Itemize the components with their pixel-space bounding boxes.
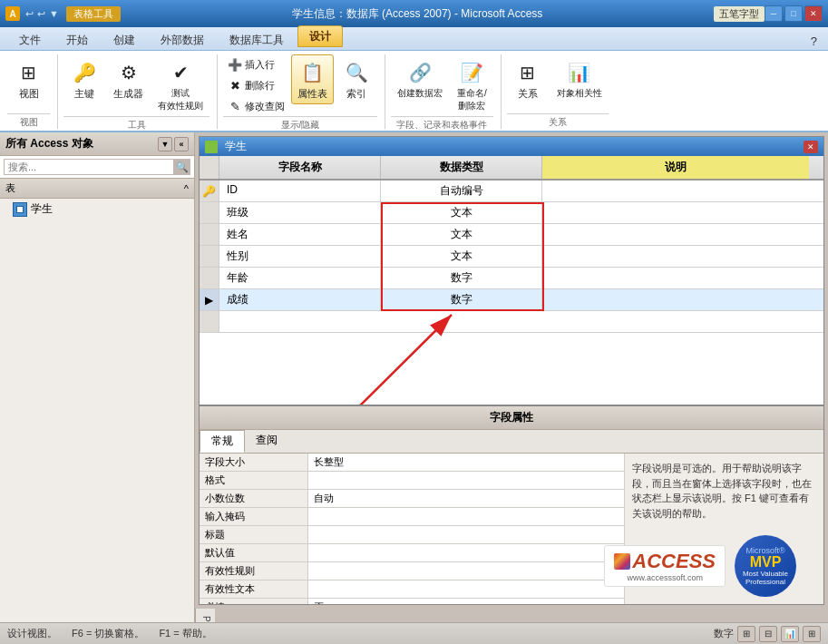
scroll-top <box>809 156 823 179</box>
view-group-label: 视图 <box>7 113 50 129</box>
maximize-btn[interactable]: □ <box>784 5 803 22</box>
help-icon[interactable]: ? <box>807 33 821 50</box>
relationships-button[interactable]: ⊞ 关系 <box>507 54 549 104</box>
table-row[interactable]: 姓名 文本 <box>200 224 823 246</box>
insert-row-icon: ➕ <box>228 57 242 72</box>
view-button[interactable]: ⊞ 视图 <box>8 54 50 104</box>
status-view-btn-2[interactable]: ⊟ <box>759 626 777 642</box>
prop-label-validrule: 有效性规则 <box>200 562 308 581</box>
properties-icon: 📋 <box>298 58 327 87</box>
tab-home[interactable]: 开始 <box>54 29 100 50</box>
obj-deps-label: 对象相关性 <box>557 87 602 100</box>
doc-close-btn[interactable]: ✕ <box>804 141 818 153</box>
row-key-marker: 🔑 <box>200 181 219 201</box>
status-view-btn-1[interactable]: ⊞ <box>737 626 755 642</box>
nav-dropdown-btn[interactable]: ▼ <box>158 137 172 151</box>
quick-dropdown[interactable]: ▼ <box>49 8 59 20</box>
row-marker-1 <box>200 202 219 223</box>
prop-value-format[interactable] <box>308 472 624 490</box>
table-row[interactable]: ▶ 成绩 数字 <box>200 289 823 311</box>
nav-item-student[interactable]: 学生 <box>0 199 194 220</box>
create-macro-button[interactable]: 🔗 创建数据宏 <box>391 54 449 103</box>
quick-access-toolbar[interactable]: ↩ ↩ ▼ <box>25 8 59 20</box>
table-row[interactable]: 🔑 ID 自动编号 <box>200 181 823 202</box>
rename-macro-button[interactable]: 📝 重命名/删除宏 <box>451 54 493 116</box>
relations-group-label: 关系 <box>507 113 609 129</box>
prop-value-default[interactable] <box>308 544 624 562</box>
builder-button[interactable]: ⚙ 生成器 <box>107 54 150 104</box>
status-view-btn-3[interactable]: 📊 <box>781 626 799 642</box>
index-button[interactable]: 🔍 索引 <box>336 54 377 104</box>
window-title: 学生信息：数据库 (Access 2007) - Microsoft Acces… <box>128 6 706 22</box>
redo-btn[interactable]: ↩ <box>37 8 45 20</box>
row-field-type-score: 数字 <box>381 289 542 310</box>
undo-btn[interactable]: ↩ <box>25 8 34 20</box>
tab-create[interactable]: 创建 <box>102 29 147 50</box>
prop-value-inputmask[interactable] <box>308 508 624 526</box>
events-btns: 🔗 创建数据宏 📝 重命名/删除宏 <box>391 54 493 116</box>
relationships-icon: ⊞ <box>513 58 542 87</box>
tab-general[interactable]: 常规 <box>200 430 245 453</box>
prop-value-fieldsize[interactable]: 长整型 <box>308 454 624 472</box>
ribbon-group-tools: 🔑 主键 ⚙ 生成器 ✔ 测试有效性规则 工具 <box>60 54 218 129</box>
delete-row-button[interactable]: ✖ 删除行 <box>223 75 289 95</box>
window-controls: ─ □ ✕ <box>765 5 823 22</box>
row-marker-2 <box>200 224 219 245</box>
nav-collapse-btn[interactable]: « <box>174 137 189 151</box>
row-field-name-class: 班级 <box>219 202 381 223</box>
status-right: 数字 ⊞ ⊟ 📊 ⊞ <box>714 626 821 642</box>
builder-label: 生成器 <box>113 87 143 101</box>
tools-btns: 🔑 主键 ⚙ 生成器 ✔ 测试有效性规则 <box>63 54 209 116</box>
prop-value-decimals[interactable]: 自动 <box>308 490 624 508</box>
field-props-grid: 字段大小 长整型 格式 小数位数 自动 输入掩码 标题 默认值 <box>200 454 624 604</box>
table-row[interactable]: 性别 文本 <box>200 246 823 268</box>
row-field-name-age: 年龄 <box>219 268 381 288</box>
prop-value-validrule[interactable] <box>308 562 624 581</box>
close-btn[interactable]: ✕ <box>804 5 823 22</box>
minimize-btn[interactable]: ─ <box>765 5 783 22</box>
tab-database-tools[interactable]: 数据库工具 <box>218 29 296 50</box>
prop-value-caption[interactable] <box>308 526 624 544</box>
tab-lookup[interactable]: 查阅 <box>245 430 288 453</box>
access-logo-icon <box>614 553 630 570</box>
prop-label-default: 默认值 <box>200 544 308 562</box>
key-icon: 🔑 <box>70 58 99 87</box>
ribbon-group-events: 🔗 创建数据宏 📝 重命名/删除宏 字段、记录和表格事件 <box>387 54 502 129</box>
object-dependencies-button[interactable]: 📊 对象相关性 <box>550 54 609 103</box>
rename-macro-icon: 📝 <box>457 58 486 87</box>
nav-tables-section[interactable]: 表 ^ <box>0 179 194 199</box>
ribbon-group-view: ⊞ 视图 视图 <box>4 54 58 129</box>
table-row[interactable]: 班级 文本 <box>200 202 823 224</box>
events-group-label: 字段、记录和表格事件 <box>391 116 493 132</box>
title-bar: A ↩ ↩ ▼ 表格工具 学生信息：数据库 (Access 2007) - Mi… <box>0 0 828 27</box>
view-label: 视图 <box>19 87 39 101</box>
obj-deps-icon: 📊 <box>565 58 594 87</box>
right-panel-label[interactable]: 属所选P常断子子方说默有有筛排子链链加加载 <box>200 616 212 622</box>
access-url: www.accesssoft.com <box>614 573 716 582</box>
row-marker-4 <box>200 268 219 288</box>
test-rule-button[interactable]: ✔ 测试有效性规则 <box>151 54 209 116</box>
nav-search-input[interactable] <box>4 159 174 175</box>
properties-button[interactable]: 📋 属性表 <box>291 54 334 104</box>
prop-value-required[interactable]: 否 <box>308 599 624 604</box>
insert-row-button[interactable]: ➕ 插入行 <box>223 54 289 74</box>
row-field-type-gender: 文本 <box>381 246 542 267</box>
tab-external[interactable]: 外部数据 <box>149 29 216 50</box>
ribbon-group-relations: ⊞ 关系 📊 对象相关性 关系 <box>503 54 616 129</box>
mvp-logo: Microsoft® MVP Most Valuable Professiona… <box>735 535 796 597</box>
prop-value-validtext[interactable] <box>308 581 624 599</box>
ribbon-group-showhide: ➕ 插入行 ✖ 删除行 ✎ 修改查阅 📋 属性表 🔍 索引 <box>219 54 385 129</box>
status-design-view: 设计视图。 <box>7 627 57 640</box>
tab-design[interactable]: 设计 <box>297 25 343 47</box>
status-view-btn-4[interactable]: ⊞ <box>803 626 821 642</box>
create-macro-icon: 🔗 <box>405 58 434 87</box>
modify-lookup-button[interactable]: ✎ 修改查阅 <box>223 96 289 116</box>
status-f1: F1 = 帮助。 <box>159 627 211 640</box>
row-field-desc-class <box>542 202 823 223</box>
nav-search-icon[interactable]: 🔍 <box>174 159 190 175</box>
table-row[interactable]: 年龄 数字 <box>200 268 823 289</box>
nav-section-chevron: ^ <box>184 183 189 194</box>
index-label: 索引 <box>346 87 366 101</box>
tab-file[interactable]: 文件 <box>7 29 53 50</box>
primary-key-button[interactable]: 🔑 主键 <box>63 54 105 104</box>
